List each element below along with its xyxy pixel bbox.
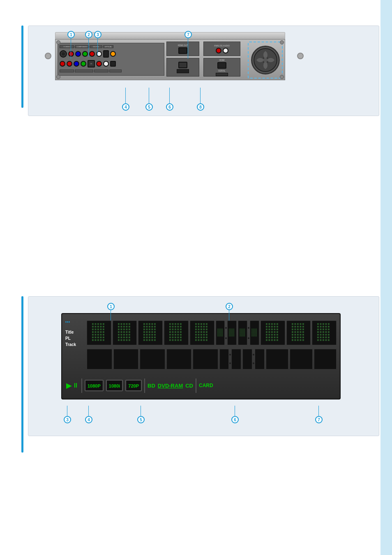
svg-rect-233 [229,333,230,334]
svg-rect-320 [271,323,273,325]
svg-rect-238 [229,334,230,335]
svg-rect-105 [149,339,150,341]
svg-rect-271 [243,333,244,334]
callout-line-3 [97,38,98,56]
svg-rect-132 [180,334,182,336]
svg-rect-266 [243,332,244,333]
svg-rect-133 [169,337,171,338]
svg-rect-370 [297,331,299,333]
dvd-ram-label: DVD-RAM [158,383,183,389]
svg-rect-395 [323,326,324,327]
svg-rect-64 [120,337,122,338]
svg-rect-368 [292,331,293,333]
svg-rect-330 [271,329,273,330]
svg-rect-10 [97,326,99,327]
svg-rect-82 [154,326,156,327]
svg-rect-4 [95,323,96,325]
svg-rect-289 [253,330,254,331]
callout-4-top: 4 [122,103,129,111]
svg-rect-339 [268,334,270,336]
svg-rect-265 [242,332,243,333]
callout-2-top: 2 [85,31,92,38]
svg-rect-291 [255,330,256,331]
svg-rect-220 [231,330,232,331]
misc-port [177,69,189,73]
svg-rect-417 [328,337,330,338]
svg-rect-27 [103,334,104,336]
svg-rect-45 [123,326,125,327]
svg-rect-249 [241,329,242,330]
svg-rect-175 [201,339,202,341]
svg-rect-165 [201,334,202,336]
svg-rect-73 [143,323,145,325]
svg-rect-347 [277,337,278,338]
svg-rect-181 [221,329,221,330]
svg-rect-94 [146,334,148,336]
badge-1080i: 1080i [106,380,123,391]
svg-rect-208 [217,336,218,337]
screw-bl [56,75,60,79]
svg-rect-130 [175,334,176,336]
svg-rect-186 [221,330,221,331]
card-label: CARD [199,383,213,388]
label-component: COMPONENT [77,46,88,48]
svg-rect-401 [325,329,327,330]
svg-rect-416 [325,337,327,338]
svg-rect-185 [219,330,220,331]
svg-rect-87 [154,329,156,330]
svg-rect-343 [266,337,267,338]
svg-rect-180 [219,329,220,330]
svg-rect-222 [234,330,235,331]
svg-rect-211 [221,336,221,337]
svg-rect-299 [253,332,254,333]
screw-br [280,75,284,79]
svg-rect-410 [323,334,324,336]
hdmi-port: H [88,60,95,67]
analog-audio-area: ANALOG AUDIO [203,42,240,56]
svg-rect-54 [120,331,122,333]
svg-rect-81 [152,326,153,327]
svg-rect-23 [92,334,94,336]
badge-720p: 720P [125,380,142,391]
svg-rect-387 [302,339,304,341]
svg-rect-359 [294,326,296,327]
svg-rect-388 [317,323,319,325]
svg-rect-43 [118,326,120,327]
top-diagram-box: S VIDEO COMPONENT DIGITAL OPTICAL [28,26,379,116]
svg-rect-305 [254,333,255,334]
svg-rect-344 [268,337,270,338]
svg-rect-348 [266,339,267,341]
svg-rect-278 [240,336,240,337]
svg-rect-5 [97,323,99,325]
svg-rect-204 [218,334,219,335]
video-port-b2 [74,61,79,67]
svg-rect-309 [253,334,254,335]
svg-rect-86 [152,329,153,330]
svg-rect-321 [274,323,275,325]
svg-rect-272 [244,333,245,334]
svg-rect-129 [172,334,174,336]
svg-rect-104 [146,339,148,341]
svg-rect-3 [92,323,94,325]
svg-rect-108 [169,323,171,325]
callout-line-7 [188,38,188,59]
seg-6-with-dot [216,320,237,345]
svg-rect-152 [206,326,208,327]
svg-rect-269 [241,333,242,334]
svg-rect-116 [178,326,179,327]
svg-rect-9 [95,326,96,327]
svg-rect-98 [143,337,145,338]
svg-rect-131 [178,334,179,336]
svg-rect-362 [302,326,304,327]
svg-rect-397 [328,326,330,327]
svg-rect-394 [320,326,322,327]
svg-rect-13 [92,329,94,330]
power-port [178,62,187,68]
svg-rect-196 [221,332,221,333]
svg-rect-336 [274,331,275,333]
svg-rect-30 [97,337,99,338]
seg-10 [312,320,337,345]
device-body: S VIDEO COMPONENT DIGITAL OPTICAL [55,39,285,80]
svg-rect-239 [230,334,231,335]
svg-rect-250 [242,329,243,330]
